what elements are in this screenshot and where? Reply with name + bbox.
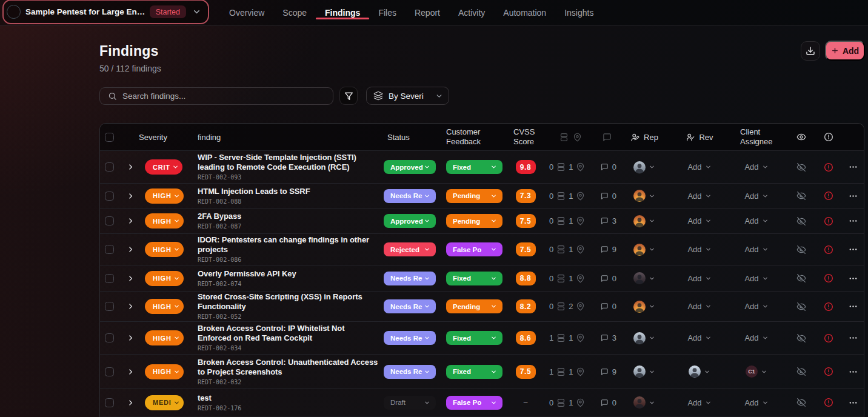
row-menu-button[interactable] bbox=[841, 302, 864, 311]
severity-badge[interactable]: HIGH bbox=[145, 299, 184, 314]
col-reviewer[interactable]: Rev bbox=[672, 133, 727, 142]
client-assignee-dropdown[interactable]: Add bbox=[727, 245, 786, 254]
row-checkbox[interactable] bbox=[105, 398, 114, 407]
reviewer-dropdown[interactable]: Add bbox=[672, 333, 727, 342]
status-dropdown[interactable]: Needs Re bbox=[384, 365, 436, 379]
tab-findings[interactable]: Findings bbox=[325, 0, 360, 25]
col-assets[interactable] bbox=[542, 133, 586, 142]
tab-automation[interactable]: Automation bbox=[503, 0, 546, 25]
client-assignee-dropdown[interactable]: Add bbox=[727, 192, 786, 201]
row-menu-button[interactable] bbox=[841, 367, 864, 376]
customer-feedback-dropdown[interactable]: Fixed bbox=[446, 331, 502, 345]
download-button[interactable] bbox=[801, 41, 820, 61]
reviewer-dropdown[interactable]: Add bbox=[672, 245, 727, 254]
customer-feedback-dropdown[interactable]: Fixed bbox=[446, 365, 502, 379]
alert-button[interactable] bbox=[816, 191, 841, 201]
customer-feedback-dropdown[interactable]: Pending bbox=[446, 214, 502, 228]
select-all-checkbox[interactable] bbox=[105, 133, 114, 142]
client-assignee-dropdown[interactable]: Add bbox=[727, 216, 786, 225]
visibility-toggle[interactable] bbox=[786, 245, 816, 255]
client-assignee-dropdown[interactable]: Add bbox=[727, 333, 786, 342]
col-reporter[interactable]: Rep bbox=[616, 133, 672, 142]
alert-button[interactable] bbox=[816, 216, 841, 226]
client-assignee-dropdown[interactable]: Add bbox=[727, 274, 786, 283]
row-menu-button[interactable] bbox=[841, 192, 864, 201]
severity-badge[interactable]: HIGH bbox=[145, 242, 184, 257]
col-finding[interactable]: finding bbox=[193, 133, 379, 142]
status-dropdown[interactable]: Approved bbox=[384, 160, 436, 174]
reporter-dropdown[interactable] bbox=[616, 272, 672, 284]
visibility-toggle[interactable] bbox=[786, 216, 816, 226]
comments-button[interactable]: 9 bbox=[586, 245, 616, 254]
col-severity[interactable]: Severity bbox=[139, 133, 193, 142]
customer-feedback-dropdown[interactable]: False Po bbox=[446, 396, 502, 410]
row-menu-button[interactable] bbox=[841, 333, 864, 342]
project-selector[interactable]: Sample Pentest for Large En… Started bbox=[2, 0, 209, 24]
add-finding-button[interactable]: Add bbox=[825, 41, 865, 61]
col-comments[interactable] bbox=[586, 133, 616, 142]
client-assignee-dropdown[interactable]: C1 bbox=[727, 365, 786, 378]
client-assignee-dropdown[interactable]: Add bbox=[727, 398, 786, 407]
reporter-dropdown[interactable] bbox=[616, 365, 672, 378]
col-cvss[interactable]: CVSS Score bbox=[509, 127, 542, 147]
reporter-dropdown[interactable] bbox=[616, 244, 672, 256]
comments-button[interactable]: 0 bbox=[586, 274, 616, 283]
row-checkbox[interactable] bbox=[105, 245, 114, 254]
finding-title[interactable]: Overly Permissive API Key bbox=[198, 269, 296, 279]
col-status[interactable]: Status bbox=[379, 133, 441, 142]
reviewer-dropdown[interactable]: Add bbox=[672, 398, 727, 407]
finding-title[interactable]: WIP - Server-Side Template Injection (SS… bbox=[198, 153, 379, 172]
visibility-toggle[interactable] bbox=[786, 162, 816, 172]
finding-title[interactable]: 2FA Bypass bbox=[198, 212, 241, 221]
severity-badge[interactable]: CRIT bbox=[145, 159, 182, 175]
severity-badge[interactable]: HIGH bbox=[145, 188, 184, 204]
client-assignee-dropdown[interactable]: Add bbox=[727, 302, 786, 311]
comments-button[interactable]: 0 bbox=[586, 398, 616, 407]
severity-badge[interactable]: HIGH bbox=[145, 364, 184, 379]
expand-row-button[interactable] bbox=[122, 245, 139, 253]
visibility-toggle[interactable] bbox=[786, 191, 816, 201]
alert-button[interactable] bbox=[816, 367, 841, 376]
finding-title[interactable]: HTML Injection Leads to SSRF bbox=[198, 187, 310, 196]
client-assignee-dropdown[interactable]: Add bbox=[727, 162, 786, 172]
tab-insights[interactable]: Insights bbox=[564, 0, 593, 25]
alert-button[interactable] bbox=[816, 398, 841, 407]
row-menu-button[interactable] bbox=[841, 274, 864, 283]
col-feedback[interactable]: Customer Feedback bbox=[441, 127, 509, 147]
reporter-dropdown[interactable] bbox=[616, 332, 672, 344]
reporter-dropdown[interactable] bbox=[616, 190, 672, 202]
alert-button[interactable] bbox=[816, 302, 841, 312]
comments-button[interactable]: 0 bbox=[586, 162, 616, 172]
comments-button[interactable]: 0 bbox=[586, 192, 616, 201]
comments-button[interactable]: 9 bbox=[586, 367, 616, 376]
severity-badge[interactable]: MEDI bbox=[145, 395, 184, 410]
finding-title[interactable]: Broken Access Control: IP Whitelist Not … bbox=[198, 324, 379, 343]
visibility-toggle[interactable] bbox=[786, 333, 816, 343]
row-checkbox[interactable] bbox=[105, 367, 114, 376]
reviewer-dropdown[interactable]: Add bbox=[672, 274, 727, 283]
customer-feedback-dropdown[interactable]: Pending bbox=[446, 189, 502, 203]
finding-title[interactable]: test bbox=[198, 393, 212, 403]
row-menu-button[interactable] bbox=[841, 398, 864, 407]
expand-row-button[interactable] bbox=[122, 334, 139, 342]
row-checkbox[interactable] bbox=[105, 333, 114, 342]
reviewer-dropdown[interactable]: Add bbox=[672, 162, 727, 172]
expand-row-button[interactable] bbox=[122, 163, 139, 171]
severity-badge[interactable]: HIGH bbox=[145, 213, 184, 229]
tab-activity[interactable]: Activity bbox=[458, 0, 485, 25]
comments-button[interactable]: 3 bbox=[586, 216, 616, 225]
status-dropdown[interactable]: Needs Re bbox=[384, 299, 436, 313]
reviewer-dropdown[interactable]: Add bbox=[672, 216, 727, 225]
comments-button[interactable]: 3 bbox=[586, 333, 616, 342]
status-dropdown[interactable]: Draft bbox=[384, 396, 436, 410]
expand-row-button[interactable] bbox=[122, 399, 139, 407]
alert-button[interactable] bbox=[816, 273, 841, 283]
finding-title[interactable]: IDOR: Pentesters can change findings in … bbox=[198, 235, 379, 255]
status-dropdown[interactable]: Needs Re bbox=[384, 272, 436, 285]
severity-badge[interactable]: HIGH bbox=[145, 271, 184, 286]
filter-button[interactable] bbox=[339, 87, 358, 105]
col-alert[interactable] bbox=[816, 132, 841, 142]
customer-feedback-dropdown[interactable]: False Po bbox=[446, 242, 502, 256]
row-checkbox[interactable] bbox=[105, 216, 114, 225]
reviewer-dropdown[interactable]: Add bbox=[672, 302, 727, 311]
